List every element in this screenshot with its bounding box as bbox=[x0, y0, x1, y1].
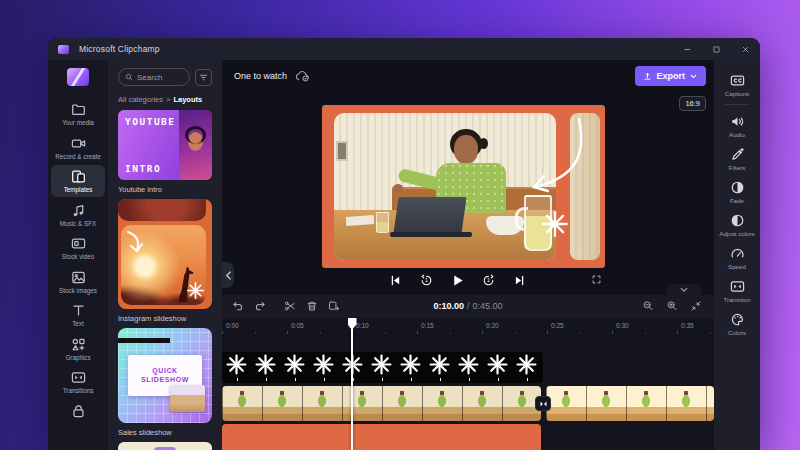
redo-button[interactable] bbox=[252, 298, 268, 314]
app-title: Microsoft Clipchamp bbox=[79, 44, 160, 54]
timeline: 0:10.00 / 0:45.00 0:000:050:100:150:200:… bbox=[222, 295, 714, 450]
play-button[interactable] bbox=[448, 271, 466, 289]
template-card-sales-slideshow[interactable]: QUICK SLIDESHOW bbox=[118, 328, 212, 423]
audio-icon bbox=[714, 114, 760, 129]
chevron-down-icon bbox=[689, 72, 698, 81]
color-clip[interactable] bbox=[222, 424, 541, 450]
tool-item-filters[interactable]: Filters bbox=[714, 142, 760, 175]
window-controls bbox=[673, 38, 760, 60]
sidebar-item-music-sfx[interactable]: Music & SFX bbox=[51, 199, 105, 231]
breadcrumb-all-categories[interactable]: All categories bbox=[118, 95, 163, 104]
card-sunset-scene bbox=[121, 225, 206, 305]
breadcrumb: All categories > Layouts bbox=[118, 95, 212, 104]
sidebar-item-label: Templates bbox=[51, 186, 105, 194]
asterisk-graphic bbox=[342, 354, 363, 375]
export-button[interactable]: Export bbox=[635, 66, 706, 86]
minimize-button[interactable] bbox=[673, 38, 702, 60]
card-overlay-text-top: YOUTUBE bbox=[125, 116, 176, 127]
sidebar-item-stock-images[interactable]: Stock images bbox=[51, 266, 105, 298]
collapse-timeline-button[interactable] bbox=[666, 284, 702, 295]
tool-item-transition[interactable]: Transition bbox=[714, 274, 760, 307]
zoom-fit-button[interactable] bbox=[688, 298, 704, 314]
sidebar-item-transitions[interactable]: Transitions bbox=[51, 366, 105, 398]
tool-item-adjust-colors[interactable]: Adjust colors bbox=[714, 208, 760, 241]
ruler-tick-minor bbox=[255, 332, 256, 334]
time-separator: / bbox=[467, 295, 470, 317]
timeline-toolbar: 0:10.00 / 0:45.00 bbox=[222, 295, 714, 317]
search-box[interactable] bbox=[118, 68, 190, 86]
templates-icon bbox=[51, 169, 105, 184]
c1-phones bbox=[185, 126, 206, 144]
tool-item-label: Filters bbox=[714, 164, 760, 171]
video-preview-canvas bbox=[322, 105, 605, 268]
ruler-tick-minor bbox=[450, 332, 451, 334]
zoom-out-button[interactable] bbox=[640, 298, 656, 314]
maximize-button[interactable] bbox=[702, 38, 731, 60]
skip-to-start-button[interactable] bbox=[386, 271, 404, 289]
current-time: 0:10.00 bbox=[433, 295, 464, 317]
video-clip-1[interactable] bbox=[222, 386, 541, 421]
sidebar-item-your-media[interactable]: Your media bbox=[51, 98, 105, 130]
zoom-tools bbox=[640, 295, 714, 317]
transition-badge[interactable] bbox=[535, 396, 551, 411]
close-button[interactable] bbox=[731, 38, 760, 60]
card-overlay-text-bottom: INTRO bbox=[125, 163, 161, 174]
sidebar-item-label: Stock images bbox=[51, 287, 105, 295]
card-photo bbox=[179, 110, 212, 180]
tool-item-audio[interactable]: Audio bbox=[714, 109, 760, 142]
fullscreen-button[interactable] bbox=[587, 270, 605, 288]
sidebar-item-label: Your media bbox=[51, 119, 105, 127]
skip-to-end-button[interactable] bbox=[510, 271, 528, 289]
ruler-label: 0:30 bbox=[616, 322, 629, 329]
template-card-partial[interactable] bbox=[118, 442, 212, 450]
asterisk-graphic bbox=[226, 354, 247, 375]
forward-1s-button[interactable]: 1 bbox=[479, 271, 497, 289]
sidebar-item-brand-kit[interactable] bbox=[51, 400, 105, 422]
ruler-tick bbox=[677, 331, 678, 334]
svg-text:1: 1 bbox=[425, 277, 428, 283]
right-toolbar: CaptionsAudioFiltersFadeAdjust colorsSpe… bbox=[714, 60, 760, 450]
asterisk-graphic bbox=[458, 354, 479, 375]
pv-face bbox=[454, 135, 478, 164]
timeline-ruler[interactable]: 0:000:050:100:150:200:250:300:35 bbox=[222, 317, 714, 335]
playback-controls: 1 1 bbox=[211, 268, 703, 292]
ruler-tick bbox=[482, 331, 483, 334]
ruler-tick-minor bbox=[515, 332, 516, 334]
tool-item-speed[interactable]: Speed bbox=[714, 241, 760, 274]
sidebar-item-graphics[interactable]: Graphics bbox=[51, 333, 105, 365]
asterisk-graphic bbox=[284, 354, 305, 375]
template-card-instagram-slideshow[interactable] bbox=[118, 199, 212, 309]
pv-bun bbox=[479, 138, 488, 149]
tool-item-captions[interactable]: Captions bbox=[714, 68, 760, 101]
graphics-clip[interactable] bbox=[222, 352, 543, 383]
sidebar-item-record-create[interactable]: Record & create bbox=[51, 132, 105, 164]
stock-video-icon bbox=[51, 236, 105, 251]
split-scissors-button[interactable] bbox=[282, 298, 298, 314]
upload-icon bbox=[643, 72, 652, 81]
playhead-line bbox=[351, 318, 353, 450]
undo-button[interactable] bbox=[230, 298, 246, 314]
sidebar-item-templates[interactable]: Templates bbox=[51, 165, 105, 197]
template-card-youtube-intro[interactable]: YOUTUBE INTRO bbox=[118, 110, 212, 180]
ruler-tick bbox=[547, 331, 548, 334]
tool-item-fade[interactable]: Fade bbox=[714, 175, 760, 208]
pv-glass bbox=[376, 212, 389, 233]
asterisk-graphic bbox=[187, 282, 204, 299]
filter-button[interactable] bbox=[195, 69, 212, 86]
video-clip-2[interactable] bbox=[546, 386, 714, 421]
tool-item-colors[interactable]: Colors bbox=[714, 307, 760, 340]
zoom-in-button[interactable] bbox=[664, 298, 680, 314]
ruler-label: 0:35 bbox=[681, 322, 694, 329]
breadcrumb-separator: > bbox=[166, 95, 170, 104]
clipchamp-logo-icon bbox=[58, 45, 69, 54]
aspect-ratio-badge[interactable]: 16:9 bbox=[679, 96, 706, 111]
delete-trash-button[interactable] bbox=[304, 298, 320, 314]
sidebar-item-text[interactable]: Text bbox=[51, 299, 105, 331]
add-media-button[interactable] bbox=[326, 298, 342, 314]
sidebar-item-stock-video[interactable]: Stock video bbox=[51, 232, 105, 264]
sidebar-item-label: Stock video bbox=[51, 253, 105, 261]
project-title[interactable]: One to watch bbox=[234, 71, 287, 81]
search-input[interactable] bbox=[137, 73, 183, 82]
rewind-1s-button[interactable]: 1 bbox=[417, 271, 435, 289]
collapse-templates-panel-button[interactable] bbox=[222, 262, 234, 288]
